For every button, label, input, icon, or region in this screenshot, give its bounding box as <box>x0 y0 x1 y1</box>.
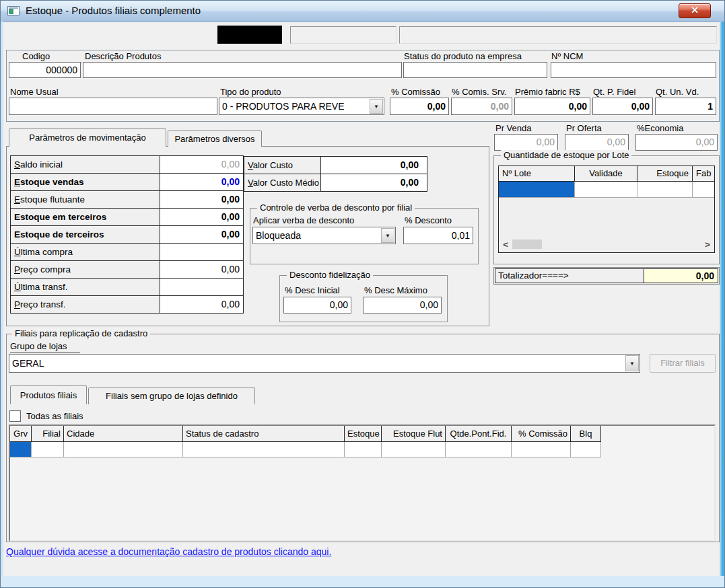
mov-row-label: Estoque em terceiros <box>11 209 160 226</box>
ncm-field[interactable] <box>551 62 716 78</box>
app-window: Estoque - Produtos filiais complemento ✕… <box>0 0 725 588</box>
lote-cell[interactable] <box>637 182 693 198</box>
chevron-down-icon[interactable]: ▼ <box>370 99 383 114</box>
filial-cell[interactable] <box>512 442 571 457</box>
status-produto-field[interactable] <box>403 62 547 78</box>
filial-header: Estoque Flut <box>382 426 446 442</box>
mov-row-value[interactable]: 0,00 <box>160 191 244 209</box>
mov-row-label: Estoque vendas <box>11 174 160 191</box>
lote-cell[interactable] <box>575 182 637 198</box>
scroll-left-icon[interactable]: < <box>500 240 511 250</box>
aplicar-verba-label: Aplicar verba de desconto <box>253 215 395 227</box>
window-border-right <box>720 22 724 576</box>
mov-row-value[interactable]: 0,00 <box>160 296 244 314</box>
scrollbar-thumb[interactable] <box>512 240 542 249</box>
qt-un-vd-field[interactable]: 1 <box>655 98 716 115</box>
mov-row-label: Última compra <box>11 244 160 261</box>
lote-horizontal-scrollbar[interactable]: < > <box>500 237 713 251</box>
filial-header: Qtde.Pont.Fid. <box>446 426 512 442</box>
mov-row-value[interactable]: 0,00 <box>160 226 244 244</box>
tab-produtos-filiais[interactable]: Produtos filiais <box>10 385 87 404</box>
aplicar-verba-combo[interactable]: Bloqueada ▼ <box>252 227 396 244</box>
pr-oferta-field[interactable]: 0,00 <box>565 134 629 151</box>
pr-venda-field[interactable]: 0,00 <box>494 134 558 151</box>
filial-cell[interactable] <box>446 442 512 457</box>
aplicar-verba-value: Bloqueada <box>256 227 379 244</box>
tab-filiais-sem-grupo[interactable]: Filiais sem grupo de lojas definido <box>88 388 255 404</box>
window-title: Estoque - Produtos filiais complemento <box>26 5 201 16</box>
app-icon <box>7 6 20 15</box>
tipo-produto-combo[interactable]: 0 - PRODUTOS PARA REVE ▼ <box>219 98 384 115</box>
window-border-left <box>1 22 3 576</box>
chevron-down-icon[interactable]: ▼ <box>625 355 639 371</box>
codigo-field[interactable]: 000000 <box>9 62 81 78</box>
nome-usual-field[interactable] <box>9 98 217 115</box>
filial-header: Status de cadastro <box>183 426 345 442</box>
qt-p-fidel-field[interactable]: 0,00 <box>592 98 653 115</box>
grupo-lojas-value: GERAL <box>12 355 623 372</box>
mov-row-value[interactable] <box>160 244 244 261</box>
totalizador-label: Totalizador====> <box>495 268 644 283</box>
filiais-table: Grv Filial Cidade Status de cadastro Est… <box>9 425 716 542</box>
mov-row-label: Preço transf. <box>11 296 160 314</box>
lote-groupbox-title: Quantidade de estoque por Lote <box>501 150 631 161</box>
filial-header: Filial <box>32 426 64 442</box>
verba-groupbox-title: Controle de verba de desconto por filial <box>257 203 415 213</box>
premio-fabric-field[interactable]: 0,00 <box>514 98 590 115</box>
filial-cell[interactable] <box>382 442 446 457</box>
filial-cell[interactable] <box>571 442 601 457</box>
filial-header: Cidade <box>64 426 183 442</box>
tab-parametros-movimentacao[interactable]: Parâmetros de movimentação <box>9 128 166 147</box>
filial-cell[interactable] <box>183 442 345 457</box>
grupo-lojas-combo[interactable]: GERAL ▼ <box>9 354 640 373</box>
desc-inicial-field[interactable]: 0,00 <box>283 297 351 314</box>
economia-field[interactable]: 0,00 <box>635 134 718 151</box>
filial-header: % Comissão <box>512 426 571 442</box>
filial-cell[interactable] <box>64 442 183 457</box>
lote-header: Validade <box>575 166 637 182</box>
comissao-field[interactable]: 0,00 <box>390 98 449 115</box>
grupo-lojas-label: Grupo de lojas <box>10 341 80 353</box>
lote-cell-selected[interactable] <box>499 182 575 198</box>
filtrar-filiais-button[interactable]: Filtrar filiais <box>650 354 716 373</box>
documentation-link[interactable]: Qualquer dúvida acesse a documentação ca… <box>6 546 331 557</box>
todas-filiais-label: Todas as filiais <box>26 411 120 422</box>
lote-cell[interactable] <box>693 182 714 198</box>
filiais-groupbox-title: Filiais para replicação de cadastro <box>12 328 150 339</box>
mov-row-value[interactable]: 0,00 <box>160 261 244 279</box>
custo-row-value[interactable]: 0,00 <box>321 157 427 174</box>
filial-header: Grv <box>10 426 32 442</box>
descricao-field[interactable] <box>83 62 402 78</box>
filial-header: Blq <box>571 426 601 442</box>
filial-cell[interactable] <box>345 442 382 457</box>
movement-grid: Saldo inicial0,00 Estoque vendas0,00 Est… <box>10 155 244 314</box>
desc-maximo-label: % Desc Máximo <box>364 285 442 297</box>
desconto-label: % Desconto <box>405 215 473 227</box>
status-panel-1 <box>290 26 396 44</box>
mov-row-value[interactable]: 0,00 <box>160 174 244 191</box>
filial-header: Estoque <box>345 426 382 442</box>
custo-row-value[interactable]: 0,00 <box>321 174 427 192</box>
desconto-field[interactable]: 0,01 <box>403 227 473 244</box>
totalizador-row: Totalizador====> 0,00 <box>493 267 720 285</box>
lote-header: Estoque <box>637 166 693 182</box>
mov-row-value[interactable] <box>160 279 244 296</box>
mov-row-value[interactable]: 0,00 <box>160 209 244 226</box>
filial-cell[interactable] <box>32 442 64 457</box>
custo-grid: Valor Custo0,00 Valor Custo Médio0,00 <box>244 156 427 192</box>
mov-row-label: Preço compra <box>11 261 160 279</box>
comis-srv-field[interactable]: 0,00 <box>451 98 512 115</box>
todas-filiais-checkbox[interactable] <box>9 410 21 422</box>
tipo-produto-value: 0 - PRODUTOS PARA REVE <box>222 98 368 114</box>
fidelizacao-groupbox-title: Desconto fidelização <box>287 270 373 281</box>
close-button[interactable]: ✕ <box>679 3 711 18</box>
lote-header: Fab <box>693 166 714 182</box>
chevron-down-icon[interactable]: ▼ <box>381 228 394 243</box>
tab-parametros-diversos[interactable]: Parâmetros diversos <box>168 131 262 147</box>
mov-row-value[interactable]: 0,00 <box>160 156 244 174</box>
desc-maximo-field[interactable]: 0,00 <box>363 297 442 314</box>
desc-inicial-label: % Desc Inicial <box>285 285 351 297</box>
title-bar[interactable]: Estoque - Produtos filiais complemento ✕ <box>1 1 724 22</box>
filial-cell-selected[interactable] <box>10 442 32 457</box>
scroll-right-icon[interactable]: > <box>702 240 713 250</box>
